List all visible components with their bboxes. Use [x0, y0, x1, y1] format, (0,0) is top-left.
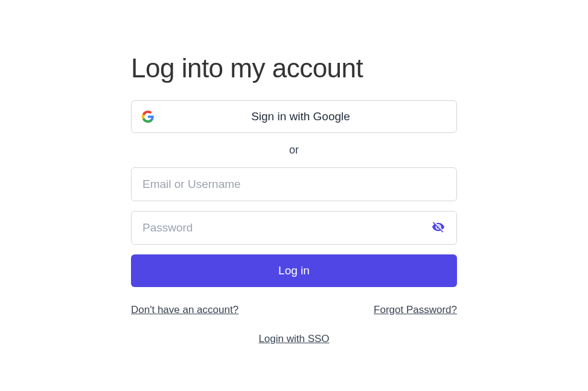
page-title: Log into my account [131, 53, 457, 83]
google-signin-button[interactable]: Sign in with Google [131, 100, 457, 133]
email-field[interactable] [131, 167, 457, 201]
divider-text: or [131, 144, 457, 157]
toggle-password-button[interactable] [429, 218, 447, 238]
password-field[interactable] [131, 211, 457, 245]
google-icon [141, 110, 155, 123]
google-signin-label: Sign in with Google [155, 110, 447, 123]
login-button[interactable]: Log in [131, 254, 457, 287]
password-wrapper [131, 211, 457, 245]
sso-link[interactable]: Login with SSO [258, 333, 329, 344]
sso-row: Login with SSO [131, 333, 457, 345]
forgot-password-link[interactable]: Forgot Password? [374, 304, 457, 316]
eye-off-icon [432, 221, 445, 236]
signup-link[interactable]: Don't have an account? [131, 304, 238, 316]
login-container: Log into my account Sign in with Google … [131, 0, 457, 345]
links-row: Don't have an account? Forgot Password? [131, 304, 457, 316]
